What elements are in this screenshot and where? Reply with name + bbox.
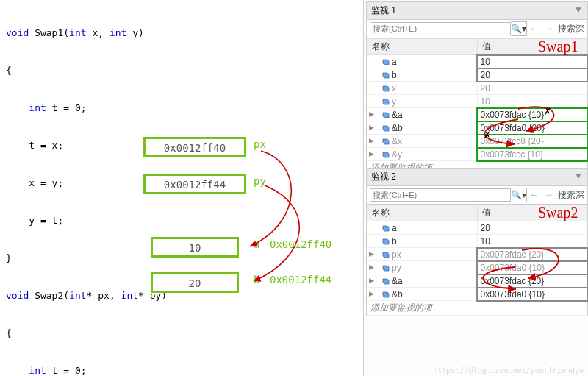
watch-row[interactable]: b10 bbox=[368, 235, 587, 248]
annot-a-label: a bbox=[254, 238, 259, 250]
watch-row[interactable]: ▶py0x0073fda0 {10} bbox=[368, 261, 587, 274]
svg-marker-12 bbox=[383, 279, 389, 284]
search-icon[interactable]: 🔍▾ bbox=[511, 188, 527, 202]
watch-panel-1: 监视 1 ▼ 🔍▾ ← → 搜索深 名称值 a10b20x20y10▶&a0x0… bbox=[366, 1, 588, 177]
svg-marker-8 bbox=[383, 226, 389, 231]
watch-row[interactable]: ▶&b0x0073fda0 {10} bbox=[368, 288, 587, 301]
annot-b-addr: 0x0012ff44 bbox=[270, 274, 331, 285]
watch-row[interactable]: a20 bbox=[368, 221, 587, 235]
annot-py-box: 0x0012ff44 bbox=[143, 174, 246, 194]
watch1-search-input[interactable] bbox=[370, 22, 511, 35]
cube-icon bbox=[381, 124, 390, 132]
svg-marker-3 bbox=[383, 99, 389, 104]
svg-marker-10 bbox=[383, 252, 389, 258]
nav-fwd-icon[interactable]: → bbox=[542, 190, 556, 200]
watch1-table: 名称值 a10b20x20y10▶&a0x0073fdac {10}▶&b0x0… bbox=[367, 38, 587, 176]
watch-row[interactable]: ▶&a0x0073fdac {10} bbox=[368, 108, 587, 121]
swap2-label: Swap2 bbox=[538, 205, 578, 221]
nav-back-icon[interactable]: ← bbox=[527, 24, 542, 34]
cube-icon bbox=[381, 238, 390, 245]
cube-icon bbox=[381, 138, 390, 145]
annot-py-label: py bbox=[254, 175, 266, 187]
watch-row[interactable]: ▶&y0x0073fccc {10} bbox=[368, 148, 587, 161]
svg-marker-11 bbox=[383, 266, 389, 271]
cube-icon bbox=[381, 58, 390, 65]
watch1-title: 监视 1 ▼ bbox=[367, 2, 587, 20]
watch-panel-2: 监视 2 ▼ 🔍▾ ← → 搜索深 名称值 a20b10▶px0x0073fda… bbox=[366, 168, 588, 316]
svg-marker-4 bbox=[383, 113, 389, 118]
annot-a-addr: 0x0012ff40 bbox=[270, 238, 331, 250]
cube-icon bbox=[381, 111, 390, 118]
cube-icon bbox=[381, 291, 390, 298]
cube-icon bbox=[381, 251, 390, 258]
watch2-search-input[interactable] bbox=[370, 188, 511, 202]
swap1-label: Swap1 bbox=[538, 38, 578, 55]
svg-marker-6 bbox=[383, 139, 389, 144]
search-depth-label: 搜索深 bbox=[556, 189, 584, 202]
search-icon[interactable]: 🔍▾ bbox=[511, 21, 527, 36]
watch2-title: 监视 2 ▼ bbox=[367, 169, 587, 186]
annot-b-box: 20 bbox=[151, 272, 239, 293]
annot-px-label: px bbox=[254, 138, 266, 150]
cube-icon bbox=[381, 71, 390, 79]
watermark: https://blog.csdn.net/yourfriendyo bbox=[433, 366, 584, 375]
nav-back-icon[interactable]: ← bbox=[527, 190, 542, 200]
watch-row[interactable]: b20 bbox=[368, 68, 587, 82]
svg-marker-1 bbox=[383, 73, 389, 78]
watch-row[interactable]: ▶&b0x0073fda0 {20} bbox=[368, 121, 587, 135]
svg-marker-0 bbox=[383, 60, 389, 65]
svg-marker-5 bbox=[383, 126, 389, 131]
cube-icon bbox=[381, 264, 390, 272]
cube-icon bbox=[381, 224, 390, 232]
nav-fwd-icon[interactable]: → bbox=[542, 24, 556, 34]
cube-icon bbox=[381, 98, 390, 105]
watch-row[interactable]: ▶px0x0073fdac {20} bbox=[368, 248, 587, 261]
watch-row[interactable]: ▶&x0x0073fcc8 {20} bbox=[368, 135, 587, 148]
svg-marker-7 bbox=[383, 152, 389, 157]
annot-b-label: b bbox=[254, 274, 259, 285]
watch-row[interactable]: x20 bbox=[368, 82, 587, 95]
svg-marker-9 bbox=[383, 239, 389, 244]
cube-icon bbox=[381, 151, 390, 158]
annot-px-box: 0x0012ff40 bbox=[143, 137, 246, 157]
svg-marker-13 bbox=[383, 292, 389, 297]
watch-row[interactable]: a10 bbox=[368, 55, 587, 68]
cube-icon bbox=[381, 277, 390, 285]
annot-a-box: 10 bbox=[151, 237, 239, 258]
watch-row[interactable]: y10 bbox=[368, 95, 587, 108]
watch-row[interactable]: ▶&a0x0073fdac {20} bbox=[368, 274, 587, 288]
cube-icon bbox=[381, 85, 390, 92]
watch2-add-row[interactable]: 添加要监视的项 bbox=[368, 301, 587, 316]
search-depth-label: 搜索深 bbox=[556, 23, 584, 35]
svg-marker-2 bbox=[383, 86, 389, 91]
